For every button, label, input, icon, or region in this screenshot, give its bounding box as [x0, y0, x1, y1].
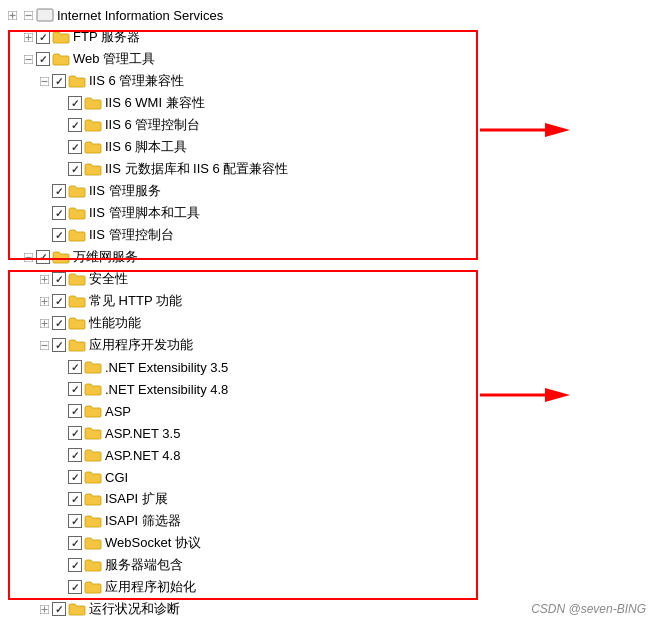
checkbox-netext48[interactable]: [68, 382, 82, 396]
checkbox-iismgrconsole[interactable]: [52, 228, 66, 242]
iismgrscripts-label: IIS 管理脚本和工具: [89, 204, 200, 222]
appinit-label: 应用程序初始化: [105, 578, 196, 596]
expander-root[interactable]: [4, 7, 20, 23]
checkbox-netext35[interactable]: [68, 360, 82, 374]
cgi-label: CGI: [105, 470, 128, 485]
expander-wwwservice[interactable]: [20, 249, 36, 265]
tree-item-isapiext[interactable]: ISAPI 扩展: [0, 488, 654, 510]
tree-item-iis6console[interactable]: IIS 6 管理控制台: [0, 114, 654, 136]
checkbox-iis6meta[interactable]: [68, 162, 82, 176]
wwwservice-label: 万维网服务: [73, 248, 138, 266]
expander-ftp[interactable]: [20, 29, 36, 45]
checkbox-webtools[interactable]: [36, 52, 50, 66]
tree-item-appinit[interactable]: 应用程序初始化: [0, 576, 654, 598]
checkbox-iismgr[interactable]: [52, 184, 66, 198]
expander-iis6compat[interactable]: [36, 73, 52, 89]
folder-icon-ftp: [52, 30, 70, 44]
iis6scripts-label: IIS 6 脚本工具: [105, 138, 187, 156]
tree-item-appdev[interactable]: 应用程序开发功能: [0, 334, 654, 356]
folder-icon-netext35: [84, 360, 102, 374]
tree-item-isapifilter[interactable]: ISAPI 筛选器: [0, 510, 654, 532]
checkbox-health[interactable]: [52, 602, 66, 616]
folder-icon-health: [68, 602, 86, 616]
tree-item-cgi[interactable]: CGI: [0, 466, 654, 488]
folder-icon-aspnet48: [84, 448, 102, 462]
folder-icon-asp: [84, 404, 102, 418]
folder-icon-root: [36, 8, 54, 22]
tree-item-root[interactable]: Internet Information Services: [0, 4, 654, 26]
expander-health[interactable]: [36, 601, 52, 617]
tree-item-security[interactable]: 安全性: [0, 268, 654, 290]
iis6wmi-label: IIS 6 WMI 兼容性: [105, 94, 205, 112]
expander-performance[interactable]: [36, 315, 52, 331]
tree-item-webtools[interactable]: Web 管理工具: [0, 48, 654, 70]
expander-webtools[interactable]: [20, 51, 36, 67]
aspnet35-label: ASP.NET 3.5: [105, 426, 180, 441]
tree-item-iis6meta[interactable]: IIS 元数据库和 IIS 6 配置兼容性: [0, 158, 654, 180]
checkbox-appdev[interactable]: [52, 338, 66, 352]
security-label: 安全性: [89, 270, 128, 288]
iismgr-label: IIS 管理服务: [89, 182, 161, 200]
health-label: 运行状况和诊断: [89, 600, 180, 618]
checkbox-wwwservice[interactable]: [36, 250, 50, 264]
checkbox-aspnet48[interactable]: [68, 448, 82, 462]
folder-icon-httpfeatures: [68, 294, 86, 308]
tree-item-iis6scripts[interactable]: IIS 6 脚本工具: [0, 136, 654, 158]
folder-icon-aspnet35: [84, 426, 102, 440]
folder-icon-wwwservice: [52, 250, 70, 264]
folder-icon-serverside: [84, 558, 102, 572]
netext35-label: .NET Extensibility 3.5: [105, 360, 228, 375]
checkbox-asp[interactable]: [68, 404, 82, 418]
expander-httpfeatures[interactable]: [36, 293, 52, 309]
iismgrconsole-label: IIS 管理控制台: [89, 226, 174, 244]
tree-item-netext48[interactable]: .NET Extensibility 4.8: [0, 378, 654, 400]
tree-item-performance[interactable]: 性能功能: [0, 312, 654, 334]
checkbox-appinit[interactable]: [68, 580, 82, 594]
checkbox-iis6console[interactable]: [68, 118, 82, 132]
expander-minus-root[interactable]: [20, 7, 36, 23]
folder-icon-isapiext: [84, 492, 102, 506]
checkbox-httpfeatures[interactable]: [52, 294, 66, 308]
isapifilter-label: ISAPI 筛选器: [105, 512, 181, 530]
tree-item-wwwservice[interactable]: 万维网服务: [0, 246, 654, 268]
tree-item-iis6wmi[interactable]: IIS 6 WMI 兼容性: [0, 92, 654, 114]
checkbox-iis6wmi[interactable]: [68, 96, 82, 110]
tree-item-serverside[interactable]: 服务器端包含: [0, 554, 654, 576]
iis6compat-label: IIS 6 管理兼容性: [89, 72, 184, 90]
tree-item-iis6compat[interactable]: IIS 6 管理兼容性: [0, 70, 654, 92]
checkbox-security[interactable]: [52, 272, 66, 286]
checkbox-ftp[interactable]: [36, 30, 50, 44]
tree-item-iismgrscripts[interactable]: IIS 管理脚本和工具: [0, 202, 654, 224]
folder-icon-websocket: [84, 536, 102, 550]
asp-label: ASP: [105, 404, 131, 419]
root-label: Internet Information Services: [57, 8, 223, 23]
checkbox-iismgrscripts[interactable]: [52, 206, 66, 220]
checkbox-websocket[interactable]: [68, 536, 82, 550]
tree-item-aspnet35[interactable]: ASP.NET 3.5: [0, 422, 654, 444]
checkbox-aspnet35[interactable]: [68, 426, 82, 440]
webtools-label: Web 管理工具: [73, 50, 155, 68]
checkbox-isapiext[interactable]: [68, 492, 82, 506]
tree-item-websocket[interactable]: WebSocket 协议: [0, 532, 654, 554]
httpfeatures-label: 常见 HTTP 功能: [89, 292, 182, 310]
tree-item-iismgrconsole[interactable]: IIS 管理控制台: [0, 224, 654, 246]
folder-icon-iis6wmi: [84, 96, 102, 110]
checkbox-isapifilter[interactable]: [68, 514, 82, 528]
expander-appdev[interactable]: [36, 337, 52, 353]
tree-item-httpfeatures[interactable]: 常见 HTTP 功能: [0, 290, 654, 312]
folder-icon-security: [68, 272, 86, 286]
tree-item-netext35[interactable]: .NET Extensibility 3.5: [0, 356, 654, 378]
checkbox-serverside[interactable]: [68, 558, 82, 572]
checkbox-iis6compat[interactable]: [52, 74, 66, 88]
expander-security[interactable]: [36, 271, 52, 287]
folder-icon-iis6compat: [68, 74, 86, 88]
checkbox-iis6scripts[interactable]: [68, 140, 82, 154]
folder-icon-iis6scripts: [84, 140, 102, 154]
tree-item-iismgr[interactable]: IIS 管理服务: [0, 180, 654, 202]
tree-item-aspnet48[interactable]: ASP.NET 4.8: [0, 444, 654, 466]
tree-item-asp[interactable]: ASP: [0, 400, 654, 422]
tree-item-ftp[interactable]: FTP 服务器: [0, 26, 654, 48]
checkbox-performance[interactable]: [52, 316, 66, 330]
serverside-label: 服务器端包含: [105, 556, 183, 574]
checkbox-cgi[interactable]: [68, 470, 82, 484]
